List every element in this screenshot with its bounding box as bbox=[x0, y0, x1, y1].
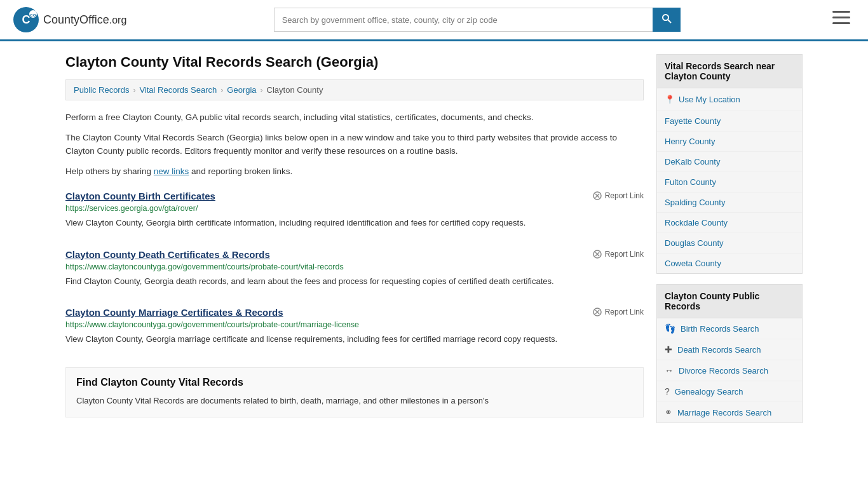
breadcrumb-public-records[interactable]: Public Records bbox=[74, 85, 129, 95]
find-section-title: Find Clayton County Vital Records bbox=[76, 377, 633, 388]
sidebar-item-dekalb[interactable]: DeKalb County bbox=[657, 152, 802, 172]
genealogy-icon: ? bbox=[665, 386, 670, 396]
hamburger-menu-icon[interactable] bbox=[827, 8, 855, 31]
sidebar-item-death-records[interactable]: ✚ Death Records Search bbox=[657, 339, 802, 360]
result-url-3[interactable]: https://www.claytoncountyga.gov/governme… bbox=[65, 320, 644, 329]
result-header-2: Clayton County Death Certificates & Reco… bbox=[65, 249, 644, 260]
report-link-3[interactable]: Report Link bbox=[592, 307, 644, 317]
svg-rect-6 bbox=[832, 11, 850, 13]
sidebar-item-divorce-records[interactable]: ↔ Divorce Records Search bbox=[657, 360, 802, 381]
birth-records-icon: 👣 bbox=[665, 323, 675, 334]
intro-paragraph-1: Perform a free Clayton County, GA public… bbox=[65, 111, 644, 125]
report-link-2[interactable]: Report Link bbox=[592, 249, 644, 259]
result-title-2[interactable]: Clayton County Death Certificates & Reco… bbox=[65, 249, 270, 260]
sidebar-item-coweta[interactable]: Coweta County bbox=[657, 254, 802, 273]
use-location-button[interactable]: 📍 Use My Location bbox=[657, 88, 802, 111]
find-section-text: Clayton County Vital Records are documen… bbox=[76, 395, 633, 408]
sidebar-item-birth-records[interactable]: 👣 Birth Records Search bbox=[657, 318, 802, 339]
header: C co CountyOffice.org bbox=[0, 0, 868, 41]
sidebar-nearby-title: Vital Records Search near Clayton County bbox=[657, 55, 802, 88]
page-title: Clayton County Vital Records Search (Geo… bbox=[65, 54, 644, 71]
sidebar-public-records-title: Clayton County Public Records bbox=[657, 285, 802, 318]
breadcrumb-current: Clayton County bbox=[267, 85, 323, 95]
search-icon bbox=[661, 13, 672, 24]
svg-text:co: co bbox=[30, 12, 36, 18]
result-birth-certificates: Clayton County Birth Certificates Report… bbox=[65, 191, 644, 236]
sidebar-item-fulton[interactable]: Fulton County bbox=[657, 172, 802, 193]
report-icon-1 bbox=[592, 191, 602, 201]
breadcrumb-georgia[interactable]: Georgia bbox=[227, 85, 256, 95]
result-title-1[interactable]: Clayton County Birth Certificates bbox=[65, 191, 215, 201]
sidebar-item-henry[interactable]: Henry County bbox=[657, 132, 802, 152]
result-desc-1: View Clayton County, Georgia birth certi… bbox=[65, 217, 644, 229]
breadcrumb: Public Records › Vital Records Search › … bbox=[65, 79, 644, 100]
search-area bbox=[274, 8, 681, 32]
logo-icon: C co bbox=[13, 6, 39, 33]
death-records-icon: ✚ bbox=[665, 344, 672, 355]
svg-text:C: C bbox=[22, 13, 31, 26]
svg-line-5 bbox=[668, 20, 671, 23]
sidebar-item-genealogy[interactable]: ? Genealogy Search bbox=[657, 381, 802, 402]
result-url-2[interactable]: https://www.claytoncountyga.gov/governme… bbox=[65, 262, 644, 271]
sidebar-item-fayette[interactable]: Fayette County bbox=[657, 111, 802, 132]
svg-rect-7 bbox=[832, 17, 850, 18]
sidebar-public-records-section: Clayton County Public Records 👣 Birth Re… bbox=[656, 284, 803, 423]
svg-point-4 bbox=[663, 15, 668, 20]
report-link-1[interactable]: Report Link bbox=[592, 191, 644, 201]
main-layout: Clayton County Vital Records Search (Geo… bbox=[53, 41, 815, 433]
sidebar-item-douglas[interactable]: Douglas County bbox=[657, 233, 802, 254]
result-header-3: Clayton County Marriage Certificates & R… bbox=[65, 307, 644, 318]
marriage-records-icon: ⚭ bbox=[665, 407, 672, 417]
result-desc-2: Find Clayton County, Georgia death recor… bbox=[65, 275, 644, 288]
result-death-certificates: Clayton County Death Certificates & Reco… bbox=[65, 249, 644, 294]
search-button[interactable] bbox=[653, 8, 681, 32]
breadcrumb-sep-2: › bbox=[220, 86, 223, 95]
sidebar-item-rockdale[interactable]: Rockdale County bbox=[657, 213, 802, 233]
logo-text: CountyOffice.org bbox=[43, 13, 126, 27]
breadcrumb-sep-1: › bbox=[133, 86, 135, 95]
use-location-link[interactable]: Use My Location bbox=[679, 95, 740, 104]
result-header-1: Clayton County Birth Certificates Report… bbox=[65, 191, 644, 201]
breadcrumb-vital-records[interactable]: Vital Records Search bbox=[139, 85, 217, 95]
divorce-records-icon: ↔ bbox=[665, 365, 674, 376]
report-icon-3 bbox=[592, 307, 602, 317]
content-area: Clayton County Vital Records Search (Geo… bbox=[65, 54, 644, 433]
logo-area[interactable]: C co CountyOffice.org bbox=[13, 6, 126, 33]
sidebar-nearby-section: Vital Records Search near Clayton County… bbox=[656, 54, 803, 274]
breadcrumb-sep-3: › bbox=[261, 86, 263, 95]
intro-paragraph-3: Help others by sharing new links and rep… bbox=[65, 165, 644, 179]
result-title-3[interactable]: Clayton County Marriage Certificates & R… bbox=[65, 307, 283, 318]
location-pin-icon: 📍 bbox=[665, 95, 675, 104]
sidebar-item-spalding[interactable]: Spalding County bbox=[657, 193, 802, 213]
report-icon-2 bbox=[592, 249, 602, 259]
result-marriage-certificates: Clayton County Marriage Certificates & R… bbox=[65, 307, 644, 352]
sidebar: Vital Records Search near Clayton County… bbox=[656, 54, 803, 433]
result-url-1[interactable]: https://services.georgia.gov/gta/rover/ bbox=[65, 204, 644, 213]
search-input[interactable] bbox=[274, 8, 653, 32]
svg-rect-8 bbox=[832, 22, 850, 24]
new-links-link[interactable]: new links bbox=[154, 166, 189, 176]
result-desc-3: View Clayton County, Georgia marriage ce… bbox=[65, 333, 644, 346]
sidebar-item-marriage-records[interactable]: ⚭ Marriage Records Search bbox=[657, 402, 802, 423]
find-section: Find Clayton County Vital Records Clayto… bbox=[65, 367, 644, 417]
intro-paragraph-2: The Clayton County Vital Records Search … bbox=[65, 131, 644, 158]
